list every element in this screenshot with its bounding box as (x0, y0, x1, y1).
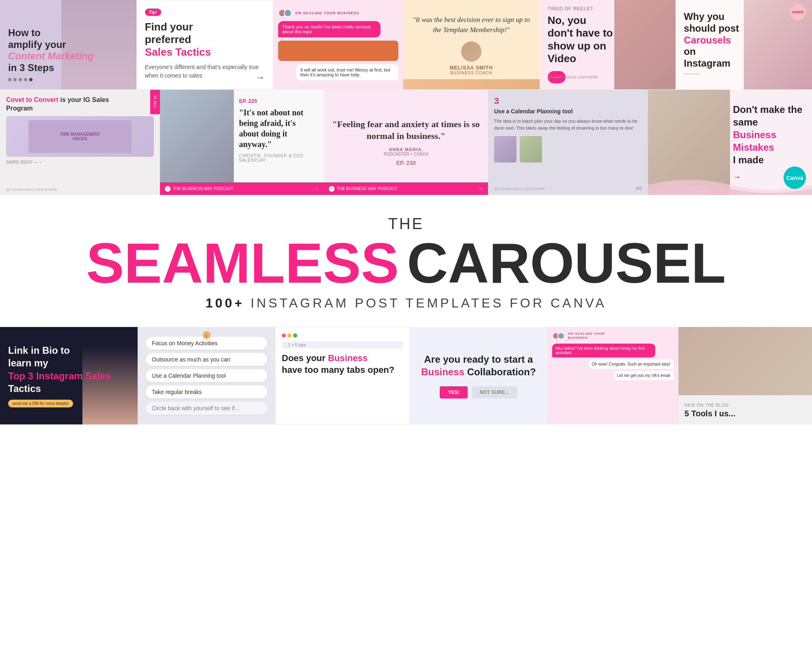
mc5-heading: Don't make the same Business Mistakes I … (733, 103, 804, 167)
bottom-card-6: NEW ON THE BLOG 5 Tools I us... (678, 327, 812, 424)
chat-image (278, 41, 398, 61)
mc5-arrow: → (733, 172, 804, 182)
title-section: THE SEAMLESS CAROUSEL 100+ INSTAGRAM POS… (0, 195, 812, 327)
mid-card-2: EP. 225 "It's not about not being afraid… (160, 90, 324, 195)
top-row: How to amplify your Content Marketing in… (0, 0, 812, 89)
bc5-header: ON SCALING YOURBUSINESS (552, 332, 674, 340)
mc3-footer-text: THE BUSINESS WAY PODCAST (337, 186, 397, 191)
bc5-bubble-1: Hey ladies! I've been thinking about hir… (552, 344, 655, 357)
mc4-page: 4/5 (636, 186, 642, 191)
mc1-heading: Covet to Convert is your IG Sales Progra… (6, 96, 132, 113)
mc2-footer: ♪ THE BUSINESS WAY PODCAST → (160, 182, 324, 195)
bc4-btn-no[interactable]: NOT SURE... (472, 386, 517, 398)
title-main: SEAMLESS CAROUSEL (8, 235, 804, 292)
bc2-item-2: Outsource as much as you can (146, 353, 267, 366)
tc2-heading: Find your preferred Sales Tactics (145, 21, 265, 59)
bc5-bubble-2: Oh wow! Congrats. Such an important step… (589, 359, 674, 369)
bc5-bubbles: Hey ladies! I've been thinking about hir… (552, 344, 674, 380)
bottom-card-3: 📑 × 5 tabs Does your Businesshave too ma… (275, 327, 410, 424)
bc1-badge: send me a DM for more details! (8, 400, 73, 407)
title-subtitle: 100+ INSTAGRAM POST TEMPLATES FOR CANVA (8, 296, 804, 311)
mc4-handle: @YOURHANDLE.GOESHERE (494, 187, 545, 191)
bc3-tabs: 📑 × 5 tabs (282, 342, 403, 348)
tc4-wave (403, 79, 540, 89)
title-count: 100+ (205, 296, 244, 310)
chat-label: ON SCALING YOUR BUSINESS (295, 11, 359, 15)
mid-card-4: 3 Use a Calendar Planning tool The idea … (488, 90, 648, 195)
mc3-person: ANNA MARIA, (389, 147, 423, 152)
mc2-quote: "It's not about not being afraid, it's a… (239, 107, 316, 149)
chat-header: ON SCALING YOUR BUSINESS (278, 9, 398, 17)
mc1-swipe: SWIPE RIGHT —→ (6, 160, 154, 164)
bottom-card-1: Link in Bio to learn my Top 3 Instagram … (0, 327, 138, 424)
middle-row: TOP 10 Covet to Convert is your IG Sales… (0, 89, 812, 195)
tc5-handle: @YOURHANDLE.GOESHERE (548, 75, 598, 79)
mc2-ep: EP. 225 (239, 98, 316, 104)
mc2-attr: CHRISTIE, FOUNDER & CEO SALESPLAY (239, 154, 316, 162)
mc4-tip-body: The idea is to batch plan your day so yo… (494, 118, 642, 131)
mc1-tag: TOP 10 (150, 90, 160, 114)
title-the: THE (8, 215, 804, 233)
tc1-dots (8, 78, 128, 81)
mc4-num: 3 (494, 96, 642, 106)
bc4-btn-yes[interactable]: YES! (440, 386, 467, 398)
chat-bubble-2: It will all work out, trust me! Messy at… (296, 64, 398, 80)
bc2-item-4: Take regular breaks (146, 385, 267, 398)
mc4-avatars (494, 136, 642, 162)
tc1-title: How to amplify your Content Marketing in… (8, 27, 128, 74)
bottom-card-4: Are you ready to start a Business Collab… (410, 327, 547, 424)
bottom-card-2: Focus on Money Activities Outsource as m… (138, 327, 275, 424)
bc3-heading: Does your Businesshave too many tabs ope… (282, 353, 403, 376)
top-card-6: Why you should post Carousels on Instagr… (676, 0, 812, 89)
mc1-handle: @YOURHANDLE.GOESHERE (6, 188, 57, 192)
title-carousel: CAROUSEL (407, 235, 726, 292)
tc4-title: BUSINESS COACH (450, 71, 492, 75)
tc6-badge: SWIPE (790, 4, 806, 20)
top-card-4: "It was the best decision ever to sign u… (403, 0, 540, 89)
tc4-name: MELISSA SMITH (450, 65, 493, 71)
chat-bubble-1: Thank you so much! I've been really nerv… (278, 21, 380, 37)
title-seamless: SEAMLESS (86, 235, 399, 292)
bc2-item-3: Use a Calendar Planning tool (146, 369, 267, 382)
tc6-heading: Why you should post Carousels on Instagr… (684, 11, 744, 69)
mc3-ep: EP. 230 (396, 160, 416, 166)
top-card-1: How to amplify your Content Marketing in… (0, 0, 136, 89)
tc5-label: TIRED OF REELS? (548, 6, 614, 11)
mid-card-1: TOP 10 Covet to Convert is your IG Sales… (0, 90, 160, 195)
tc2-arrow: → (256, 72, 265, 83)
bottom-card-5: ON SCALING YOURBUSINESS Hey ladies! I've… (547, 327, 678, 424)
bottom-row: Link in Bio to learn my Top 3 Instagram … (0, 327, 812, 424)
bc6-person (678, 327, 812, 395)
mc4-tip-title: Use a Calendar Planning tool (494, 108, 642, 115)
tip-badge: Tip! (145, 9, 161, 16)
bc4-question: Are you ready to start a Business Collab… (418, 353, 539, 378)
mc3-person-sub: PODCASTER + COACH (384, 152, 428, 156)
top-card-5: TIRED OF REELS? No, you don't have to sh… (540, 0, 676, 89)
mc3-quote: "Feeling fear and anxiety at times is so… (332, 119, 480, 142)
bc1-heading: Link in Bio to learn my Top 3 Instagram … (8, 344, 130, 395)
bc5-bubble-3: Let me get you my VA's email (614, 371, 674, 380)
tc5-heading: No, you don't have to show up on Video (548, 14, 614, 65)
bc5-label: ON SCALING YOURBUSINESS (568, 332, 605, 340)
tc4-quote: "It was the best decision ever to sign u… (411, 15, 531, 35)
tc4-avatar (461, 41, 482, 62)
tc6-divider (684, 74, 700, 74)
tc5-person (614, 0, 676, 89)
top-card-3: ON SCALING YOUR BUSINESS Thank you so mu… (273, 0, 403, 89)
mid-card-3: "Feeling fear and anxiety at times is so… (324, 90, 488, 195)
mc1-mockup: TIME MANAGEMENTHACKS (6, 116, 154, 157)
bc2-item-5: Circle back with yourself to see if... (146, 402, 267, 415)
mid-card-5: Don't make the same Business Mistakes I … (648, 90, 812, 195)
bc4-buttons: YES! NOT SURE... (440, 386, 517, 398)
mc2-person (160, 90, 234, 195)
chat-bubbles: Thank you so much! I've been really nerv… (278, 21, 398, 80)
tc2-body: Everyone's different and that's especial… (145, 63, 265, 80)
bc6-heading: 5 Tools I us... (685, 409, 806, 418)
top-card-2: Tip! Find your preferred Sales Tactics E… (136, 0, 274, 89)
bc6-new-label: NEW ON THE BLOG (685, 403, 806, 407)
mc3-footer: ♪ THE BUSINESS WAY PODCAST → (324, 182, 488, 195)
bc3-browser-bar (282, 333, 403, 338)
mc2-footer-text: THE BUSINESS WAY PODCAST (173, 186, 233, 191)
bc2-badge: ↓ (203, 331, 211, 339)
